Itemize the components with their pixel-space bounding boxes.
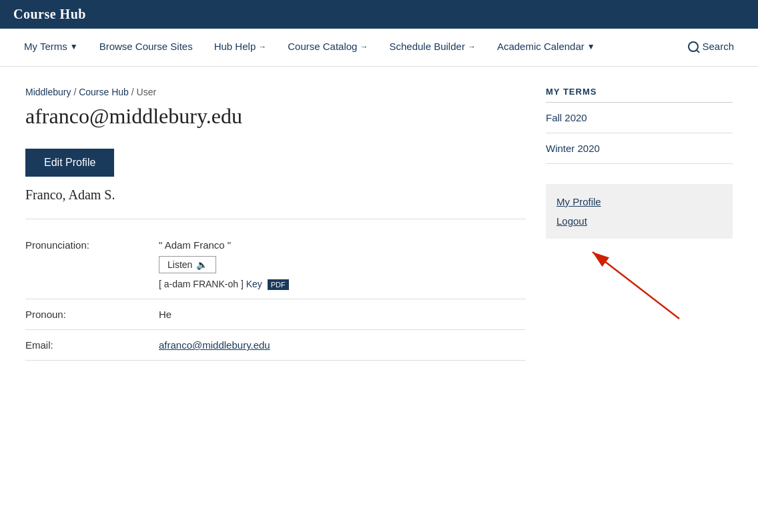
listen-button[interactable]: Listen 🔈 xyxy=(159,256,216,273)
nav-hub-help[interactable]: Hub Help → xyxy=(204,29,278,66)
email-label: Email: xyxy=(25,339,159,351)
app-title: Course Hub xyxy=(13,7,86,21)
main-nav: My Terms ▼ Browse Course Sites Hub Help … xyxy=(0,29,758,67)
logout-link[interactable]: Logout xyxy=(556,211,722,231)
pronoun-value: He xyxy=(159,309,526,320)
breadcrumb-middlebury[interactable]: Middlebury xyxy=(25,87,71,97)
key-link[interactable]: Key xyxy=(246,279,265,289)
email-value: afranco@middlebury.edu xyxy=(159,339,526,351)
pronoun-row: Pronoun: He xyxy=(25,299,526,330)
content-area: Middlebury / Course Hub / User afranco@m… xyxy=(25,87,526,361)
chevron-down-icon: ▼ xyxy=(70,42,78,51)
nav-course-catalog[interactable]: Course Catalog → xyxy=(277,29,378,66)
sidebar: MY TERMS Fall 2020 Winter 2020 My Profil… xyxy=(546,87,733,361)
pdf-badge: PDF xyxy=(268,279,289,290)
breadcrumb: Middlebury / Course Hub / User xyxy=(25,87,526,97)
breadcrumb-user: User xyxy=(137,87,157,97)
chevron-down-icon: ▼ xyxy=(587,42,595,51)
red-arrow-svg xyxy=(546,245,706,325)
profile-name: Franco, Adam S. xyxy=(25,187,526,203)
pronoun-label: Pronoun: xyxy=(25,309,159,320)
pronunciation-block: " Adam Franco " Listen 🔈 [ a-dam FRANK-o… xyxy=(159,239,526,289)
listen-button-container: Listen 🔈 xyxy=(159,256,526,273)
arrow-annotation xyxy=(546,245,733,325)
profile-section: Edit Profile Franco, Adam S. Pronunciati… xyxy=(25,149,526,361)
my-terms-heading: MY TERMS xyxy=(546,87,733,97)
pronunciation-row: Pronunciation: " Adam Franco " Listen 🔈 … xyxy=(25,230,526,299)
top-bar: Course Hub xyxy=(0,0,758,29)
email-row: Email: afranco@middlebury.edu xyxy=(25,330,526,361)
pronunciation-text: " Adam Franco " xyxy=(159,239,526,251)
nav-schedule-builder[interactable]: Schedule Builder → xyxy=(378,29,486,66)
main-content: Middlebury / Course Hub / User afranco@m… xyxy=(12,67,746,381)
arrow-right-icon: → xyxy=(258,42,266,51)
speaker-icon: 🔈 xyxy=(196,259,208,270)
email-link[interactable]: afranco@middlebury.edu xyxy=(159,339,270,351)
page-title: afranco@middlebury.edu xyxy=(25,104,526,129)
arrow-right-icon: → xyxy=(468,42,476,51)
pronunciation-value: " Adam Franco " Listen 🔈 [ a-dam FRANK-o… xyxy=(159,239,526,289)
term-winter-2020[interactable]: Winter 2020 xyxy=(546,133,733,164)
pronunciation-label: Pronunciation: xyxy=(25,239,159,251)
search-icon xyxy=(688,41,699,52)
nav-academic-calendar[interactable]: Academic Calendar ▼ xyxy=(486,29,606,66)
profile-divider xyxy=(25,219,526,219)
term-fall-2020[interactable]: Fall 2020 xyxy=(546,103,733,133)
arrow-right-icon: → xyxy=(360,42,368,51)
sidebar-menu: My Profile Logout xyxy=(546,184,733,239)
nav-search[interactable]: Search xyxy=(677,29,745,66)
svg-line-1 xyxy=(593,252,679,319)
my-profile-link[interactable]: My Profile xyxy=(556,192,722,211)
breadcrumb-course-hub[interactable]: Course Hub xyxy=(79,87,129,97)
edit-profile-button[interactable]: Edit Profile xyxy=(25,149,114,177)
nav-browse-course-sites[interactable]: Browse Course Sites xyxy=(89,29,204,66)
listen-label: Listen xyxy=(167,259,192,270)
phonetic-text: [ a-dam FRANK-oh ] Key PDF xyxy=(159,279,526,289)
nav-my-terms[interactable]: My Terms ▼ xyxy=(13,29,89,66)
